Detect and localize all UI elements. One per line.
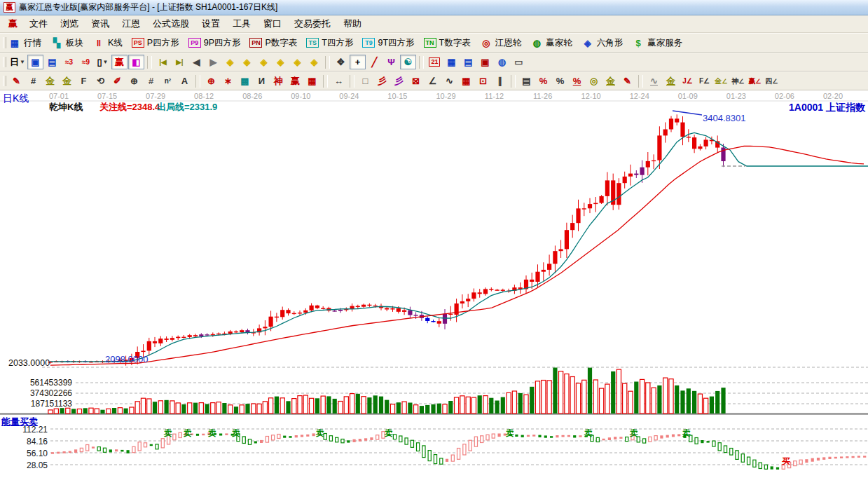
menu-item-10[interactable]: 帮助 <box>337 15 368 32</box>
percent-line-button[interactable]: % <box>569 74 585 88</box>
gold-grid-b-button[interactable]: 金 <box>59 74 75 88</box>
fan-red-button[interactable]: 彡 <box>374 74 390 88</box>
width-measure-button[interactable]: ↔ <box>331 74 347 88</box>
percent-table-button[interactable]: ▤ <box>518 74 535 88</box>
menu-item-2[interactable]: 浏览 <box>54 15 85 32</box>
gold-measure-button[interactable]: 金 <box>663 74 679 88</box>
9p-square-button[interactable]: P99P四方形 <box>188 37 241 49</box>
zigzag-button[interactable]: ∿ <box>441 74 457 88</box>
qiankun-toggle-button[interactable]: 赢 <box>111 55 128 69</box>
chart-area[interactable]: 日K线 07-0107-1507-2908-1208-2609-1009-241… <box>0 90 868 478</box>
god-angle-button[interactable]: 神∠ <box>730 74 746 88</box>
quotes-button[interactable]: ▦行情 <box>8 37 41 49</box>
p-number-table-button[interactable]: PNP数字表 <box>249 37 297 49</box>
winner-service-button[interactable]: $赢家服务 <box>632 37 682 49</box>
zoom-right-button[interactable]: ◈ <box>239 55 255 69</box>
zoom-horizontal-button[interactable]: ◈ <box>256 55 272 69</box>
gann-circle-button[interactable]: ⊕ <box>126 74 142 88</box>
9t-square-button[interactable]: T99T四方形 <box>362 37 414 49</box>
gold-line-button[interactable]: 金 <box>602 74 619 88</box>
menu-item-8[interactable]: 窗口 <box>257 15 288 32</box>
percent-button[interactable]: % <box>552 74 568 88</box>
n-square-button[interactable]: n² <box>160 74 176 88</box>
period-daily-dropdown[interactable]: 日▼ <box>8 55 27 69</box>
spiral-button[interactable]: ⟲ <box>92 74 109 88</box>
four-angle-button[interactable]: 四∠ <box>764 74 780 88</box>
j-angle-button[interactable]: J∠ <box>680 74 696 88</box>
nav-first-button[interactable]: |◀ <box>155 55 171 69</box>
export-web-button[interactable]: ◍ <box>494 55 510 69</box>
zoom-left-button[interactable]: ◈ <box>222 55 238 69</box>
wave-3-button[interactable]: ≈3 <box>61 55 77 69</box>
plain-grid-button[interactable]: # <box>143 74 159 88</box>
notes-button[interactable]: ▤ <box>460 55 476 69</box>
wave-9-button[interactable]: ≈9 <box>78 55 94 69</box>
star-circle-button[interactable]: ∗ <box>220 74 236 88</box>
win-angle-button[interactable]: 赢∠ <box>747 74 763 88</box>
hexagon-button[interactable]: ◈六角形 <box>581 37 624 49</box>
nav-last-button[interactable]: ▶| <box>172 55 188 69</box>
god-grid-button[interactable]: 神 <box>270 74 287 88</box>
zoom-in-button[interactable]: ◈ <box>273 55 289 69</box>
calculator-button[interactable]: ▦ <box>443 55 460 69</box>
angle-rays-button[interactable]: ∠ <box>425 74 441 88</box>
brush-angle-button[interactable]: ✎ <box>619 74 635 88</box>
parallel-lines-button[interactable]: ∥ <box>492 74 508 88</box>
9p-square-icon: P9 <box>188 38 201 48</box>
gann-grid-button[interactable]: # <box>25 74 41 88</box>
crosshair-button[interactable]: + <box>350 55 366 69</box>
grid-star-box-button[interactable]: ▩ <box>237 74 253 88</box>
menu-item-5[interactable]: 公式选股 <box>146 15 195 32</box>
gold-angle-button[interactable]: 金∠ <box>713 74 729 88</box>
sectors-button[interactable]: ▚板块 <box>50 37 83 49</box>
menu-item-3[interactable]: 资讯 <box>85 15 116 32</box>
menu-item-9[interactable]: 交易委托 <box>288 15 337 32</box>
grid-red-button[interactable]: ▦ <box>458 74 474 88</box>
gold-circle-button[interactable]: ◎ <box>586 74 602 88</box>
kline-button[interactable]: ‖K线 <box>92 37 123 49</box>
toolbar-separator <box>195 75 200 88</box>
info-list-button[interactable]: ▤ <box>44 55 60 69</box>
gold-grid-a-button[interactable]: 金 <box>42 74 58 88</box>
gann-wheel-button[interactable]: ◎江恩轮 <box>480 37 522 49</box>
zoom-out-button[interactable]: ◈ <box>289 55 305 69</box>
ruler-grid-button[interactable]: ▦ <box>304 74 320 88</box>
menu-item-4[interactable]: 江恩 <box>116 15 146 32</box>
nav-next-button[interactable]: ▶ <box>205 55 221 69</box>
volume-profile-button[interactable]: ◧ <box>128 55 144 69</box>
p-square-button[interactable]: PSP四方形 <box>132 37 179 49</box>
f-grid-button[interactable]: F <box>76 74 92 88</box>
fan-box-purple-button[interactable]: 彡 <box>391 74 407 88</box>
grid-red-dot-button[interactable]: ⊡ <box>475 74 491 88</box>
k-mark-button[interactable]: И <box>254 74 270 88</box>
polyline-tool-button[interactable]: ╱ <box>366 55 383 69</box>
calendar-button[interactable]: 21 <box>427 55 443 69</box>
target-circle-button[interactable]: ⊕ <box>203 74 219 88</box>
pan-hand-button[interactable]: ✥ <box>333 55 349 69</box>
zoom-all-button[interactable]: ◈ <box>306 55 322 69</box>
drawing-toolbar: ✎#金金F⟲✐⊕#n²A⊕∗▩И神赢▦↔□彡彡⊠∠∿▦⊡∥▤%%%◎金✎∿金J∠… <box>0 71 868 90</box>
t-square-button[interactable]: TST四方形 <box>306 37 353 49</box>
percent-slash-button[interactable]: % <box>535 74 551 88</box>
draw-brush-button[interactable]: ✎ <box>8 74 25 88</box>
menu-item-6[interactable]: 设置 <box>195 15 226 32</box>
nav-prev-button[interactable]: ◀ <box>188 55 205 69</box>
winner-wheel-button[interactable]: ◍赢家轮 <box>530 37 572 49</box>
print-button[interactable]: ▭ <box>511 55 527 69</box>
smart-tool-button[interactable]: ☯ <box>400 55 416 69</box>
main-view-button[interactable]: ▣ <box>27 55 43 69</box>
save-button[interactable]: ▣ <box>477 55 493 69</box>
f-angle-button[interactable]: F∠ <box>696 74 712 88</box>
wave-measure-button[interactable]: ∿ <box>646 74 662 88</box>
t-number-table-button[interactable]: TNT数字表 <box>424 37 471 49</box>
box-frame-button[interactable]: □ <box>357 74 373 88</box>
sell-signal-label: 卖 <box>232 428 240 439</box>
menu-item-1[interactable]: 文件 <box>23 15 54 32</box>
text-tool-button[interactable]: A <box>177 74 193 88</box>
candle-style-dropdown[interactable]: ▯▼ <box>95 55 111 69</box>
gann-shape-tool-button[interactable]: Ψ <box>383 55 399 69</box>
brush-2-button[interactable]: ✐ <box>109 74 125 88</box>
fan-box-red-button[interactable]: ⊠ <box>408 74 424 88</box>
menu-item-7[interactable]: 工具 <box>226 15 257 32</box>
win-grid-button[interactable]: 赢 <box>287 74 303 88</box>
